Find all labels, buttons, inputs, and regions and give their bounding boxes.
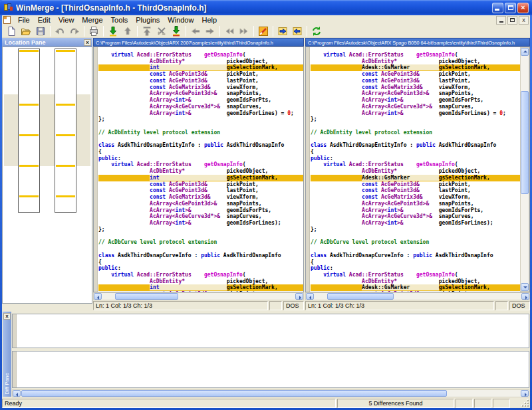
diff-pane-caption[interactable]: x Diff Pane bbox=[3, 312, 11, 397]
maximize-button[interactable] bbox=[505, 3, 516, 13]
menu-view[interactable]: View bbox=[55, 15, 78, 25]
scroll-left-arrow[interactable] bbox=[94, 293, 102, 300]
code-line: const AcGePoint3d& pickPoint, bbox=[98, 291, 303, 292]
minimize-button[interactable] bbox=[492, 3, 503, 13]
scrollbar-thumb[interactable] bbox=[327, 293, 394, 300]
toolbar-copy-right-file-button[interactable] bbox=[275, 25, 290, 37]
scroll-right-arrow[interactable] bbox=[521, 390, 529, 397]
code-line bbox=[311, 246, 520, 253]
left-pane-header[interactable]: C:\Program Files\Autodesk\ObjectARX 2007… bbox=[93, 38, 304, 47]
menu-window[interactable]: Window bbox=[164, 15, 198, 25]
location-bar[interactable] bbox=[18, 49, 40, 213]
location-pane-close-button[interactable]: x bbox=[84, 39, 91, 46]
diff-pane-close-button[interactable]: x bbox=[3, 313, 11, 320]
location-diff-mark[interactable] bbox=[56, 50, 75, 52]
code-line: // AcDbCurve level protocol extension bbox=[98, 239, 303, 246]
diff-pane-top[interactable] bbox=[12, 314, 529, 348]
code-line-difference: Adesk::GsMarker gsSelectionMark, bbox=[311, 64, 520, 71]
toolbar-undo-button bbox=[53, 25, 67, 37]
differences-count: 5 Differences Found bbox=[337, 399, 454, 408]
toolbar-last-difference-button[interactable] bbox=[169, 25, 184, 37]
location-diff-mark[interactable] bbox=[56, 134, 75, 136]
code-line: const AcGeMatrix3d& viewXform, bbox=[98, 194, 303, 201]
scroll-down-arrow[interactable] bbox=[521, 283, 529, 291]
scrollbar-thumb[interactable] bbox=[21, 390, 447, 397]
location-diff-mark[interactable] bbox=[56, 195, 75, 197]
toolbar-separator bbox=[307, 26, 307, 37]
toolbar-separator bbox=[50, 26, 51, 37]
menu-edit[interactable]: Edit bbox=[34, 15, 55, 25]
location-diff-mark[interactable] bbox=[19, 195, 39, 197]
menu-help[interactable]: Help bbox=[198, 15, 221, 25]
code-view-left[interactable]: virtual Acad::ErrorStatus getOsnapInfo( … bbox=[98, 47, 303, 292]
title-bar[interactable]: WinMerge - [ThirdOsnapInfo.h - ThirdOsna… bbox=[0, 0, 532, 15]
scroll-up-arrow[interactable] bbox=[521, 48, 529, 56]
code-line: AcArray<AcGePoint3d>& snapPoints, bbox=[98, 90, 303, 97]
code-line: AcArray<int>& geomIdsForPts, bbox=[311, 207, 520, 214]
mdi-close-button[interactable]: x bbox=[519, 16, 529, 25]
mdi-minimize-button[interactable] bbox=[496, 16, 506, 25]
scroll-left-arrow[interactable] bbox=[306, 293, 314, 300]
code-line: AcArray<int>& geomIdsForPts, bbox=[311, 97, 520, 104]
toolbar-new-file-button[interactable] bbox=[4, 25, 19, 37]
client-area: File Edit View Merge Tools Plugins Windo… bbox=[2, 15, 530, 408]
resize-grip[interactable] bbox=[521, 399, 529, 407]
right-pane-header[interactable]: C:\Program Files\Autodesk\ObjectARX Spag… bbox=[305, 38, 530, 47]
toolbar-options-button[interactable] bbox=[256, 25, 271, 37]
code-line: // AcDbEntity level protocol extension bbox=[311, 130, 520, 136]
code-line: class AsdkThirdOsnapEntityInfo : public … bbox=[98, 142, 303, 149]
toolbar-first-difference-button bbox=[140, 25, 154, 37]
code-line: const AcGePoint3d& pickPoint, bbox=[311, 181, 520, 188]
code-line: AcArray<AcGePoint3d>& snapPoints, bbox=[311, 90, 520, 97]
left-status-extra bbox=[269, 301, 282, 310]
location-pane[interactable] bbox=[2, 47, 92, 304]
toolbar-next-difference-button[interactable] bbox=[106, 25, 120, 37]
code-line-difference: Adesk::GsMarker gsSelectionMark, bbox=[311, 175, 520, 181]
left-eol-type: DOS bbox=[283, 301, 304, 310]
toolbar-open-button[interactable] bbox=[19, 25, 33, 37]
document-icon[interactable] bbox=[3, 16, 11, 24]
winmerge-app-icon bbox=[3, 3, 13, 13]
window-title: WinMerge - [ThirdOsnapInfo.h - ThirdOsna… bbox=[16, 3, 492, 13]
location-diff-mark[interactable] bbox=[19, 104, 39, 106]
location-diff-mark[interactable] bbox=[56, 165, 75, 167]
toolbar-copy-left-file-button[interactable] bbox=[290, 25, 305, 37]
location-diff-mark[interactable] bbox=[56, 104, 75, 106]
diff-pane-scrollbar[interactable] bbox=[12, 389, 529, 397]
menu-merge[interactable]: Merge bbox=[78, 15, 106, 25]
menu-plugins[interactable]: Plugins bbox=[132, 15, 164, 25]
location-diff-mark[interactable] bbox=[19, 134, 39, 136]
diff-pane-bottom[interactable] bbox=[12, 351, 529, 388]
toolbar-separator bbox=[253, 26, 254, 37]
location-bar[interactable] bbox=[55, 49, 76, 213]
right-pane-body: virtual Acad::ErrorStatus getOsnapInfo( … bbox=[305, 47, 530, 292]
mdi-restore-button[interactable] bbox=[507, 16, 517, 25]
left-horizontal-scrollbar[interactable] bbox=[93, 292, 304, 300]
scroll-right-arrow[interactable] bbox=[295, 293, 303, 300]
location-diff-mark[interactable] bbox=[19, 50, 39, 52]
toolbar-print-button bbox=[86, 25, 101, 37]
code-line: { bbox=[98, 149, 303, 155]
right-cursor-position: Ln: 1 Col: 1/3 Ch: 1/3 bbox=[305, 301, 494, 310]
vertical-scrollbar[interactable] bbox=[520, 47, 529, 292]
location-diff-mark[interactable] bbox=[19, 165, 39, 167]
code-line: class AsdkThirdOsnapEntityInfo : public … bbox=[311, 142, 520, 149]
left-cursor-position: Ln: 1 Col: 1/3 Ch: 1/3 bbox=[93, 301, 268, 310]
first-difference-icon bbox=[142, 26, 152, 37]
scroll-left-arrow[interactable] bbox=[13, 390, 21, 397]
scrollbar-thumb[interactable] bbox=[521, 91, 529, 194]
code-line: // AcDbEntity level protocol extension bbox=[98, 130, 303, 136]
toolbar-refresh-button[interactable] bbox=[309, 25, 324, 37]
scroll-right-arrow[interactable] bbox=[521, 293, 529, 300]
menu-file[interactable]: File bbox=[14, 15, 34, 25]
close-icon: x bbox=[86, 39, 88, 45]
code-line: AcArray<AcGeCurve3d*>& snapCurves, bbox=[98, 213, 303, 220]
toolbar-separator bbox=[137, 26, 138, 37]
scrollbar-thumb[interactable] bbox=[115, 293, 178, 300]
menu-tools[interactable]: Tools bbox=[107, 15, 132, 25]
right-horizontal-scrollbar[interactable] bbox=[305, 292, 530, 300]
code-view-right[interactable]: virtual Acad::ErrorStatus getOsnapInfo( … bbox=[311, 47, 520, 292]
close-button[interactable]: × bbox=[517, 3, 529, 13]
redo-icon bbox=[69, 26, 80, 37]
code-line: AcDbEntity* pickedObject, bbox=[98, 58, 303, 65]
